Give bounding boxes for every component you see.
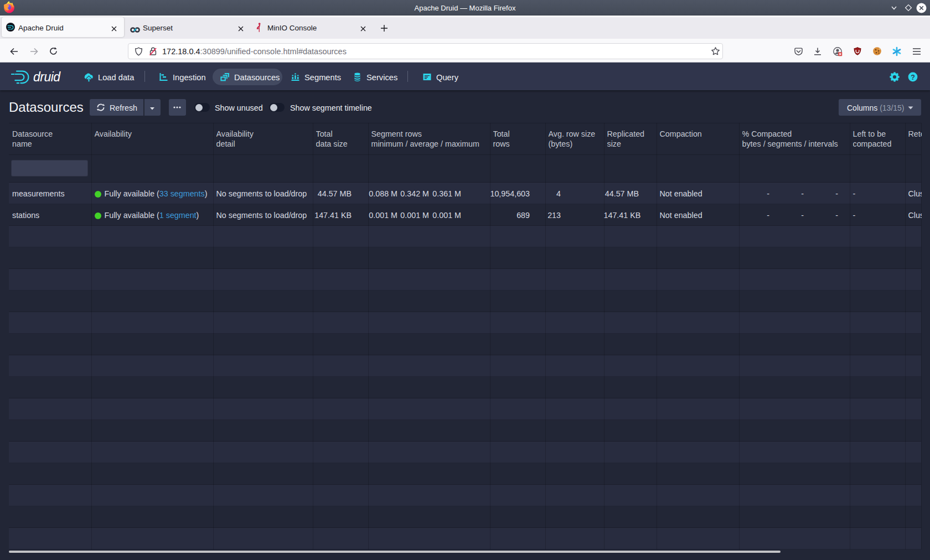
svg-text:?: ? — [911, 74, 915, 81]
